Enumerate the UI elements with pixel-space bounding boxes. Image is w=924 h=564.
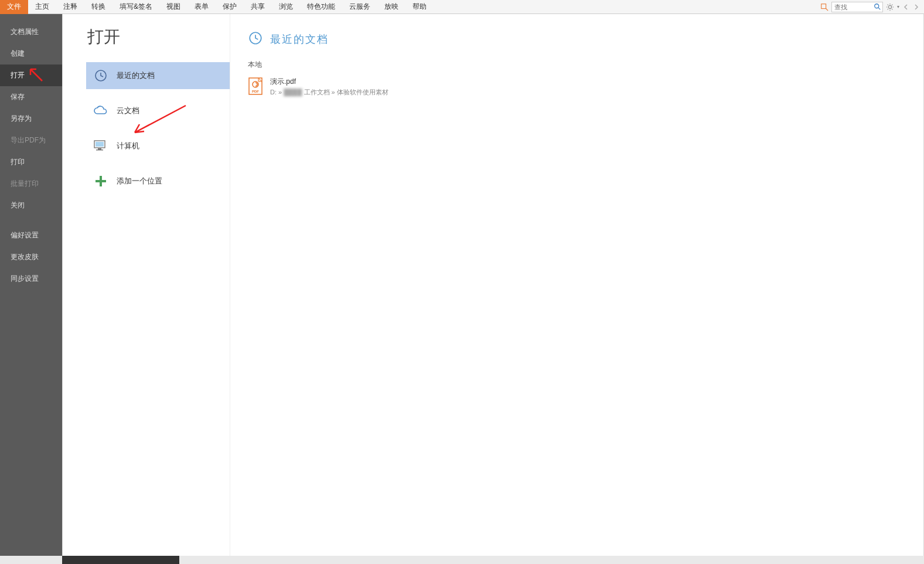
recent-panel: 最近的文档 本地 PDF 演示.pdf D: » ████ 工作文档 » 体验软… bbox=[230, 14, 923, 563]
svg-rect-7 bbox=[96, 142, 104, 147]
clock-icon bbox=[93, 68, 108, 83]
location-cloud[interactable]: 云文档 bbox=[86, 97, 230, 124]
recent-title: 最近的文档 bbox=[270, 32, 329, 46]
sidebar-item-open[interactable]: 打开 bbox=[0, 64, 62, 86]
sidebar-item-properties[interactable]: 文档属性 bbox=[0, 21, 62, 43]
location-label: 计算机 bbox=[117, 141, 139, 151]
ribbon-tab-slideshow[interactable]: 放映 bbox=[377, 0, 405, 14]
sidebar-item-sync[interactable]: 同步设置 bbox=[0, 268, 62, 290]
ribbon-tab-convert[interactable]: 转换 bbox=[84, 0, 112, 14]
sidebar-item-create[interactable]: 创建 bbox=[0, 43, 62, 64]
search-input[interactable] bbox=[832, 4, 873, 11]
ribbon-right-controls: ▾ bbox=[820, 2, 924, 12]
sidebar-item-skin[interactable]: 更改皮肤 bbox=[0, 246, 62, 268]
search-input-wrapper bbox=[831, 2, 883, 12]
svg-text:PDF: PDF bbox=[252, 90, 259, 93]
nav-forward-icon[interactable] bbox=[912, 3, 920, 11]
sidebar-item-saveas[interactable]: 另存为 bbox=[0, 108, 62, 130]
doc-path: D: » ████ 工作文档 » 体验软件使用素材 bbox=[270, 88, 388, 97]
svg-point-2 bbox=[875, 4, 879, 8]
ribbon-tab-protect[interactable]: 保护 bbox=[216, 0, 244, 14]
dropdown-icon[interactable]: ▾ bbox=[897, 4, 899, 9]
open-title: 打开 bbox=[86, 26, 230, 48]
nav-back-icon[interactable] bbox=[902, 3, 910, 11]
location-recent[interactable]: 最近的文档 bbox=[86, 62, 230, 89]
location-label: 最近的文档 bbox=[117, 70, 155, 81]
svg-rect-0 bbox=[821, 4, 826, 8]
clock-icon bbox=[248, 30, 263, 48]
ribbon-tab-features[interactable]: 特色功能 bbox=[300, 0, 342, 14]
location-add[interactable]: 添加一个位置 bbox=[86, 168, 230, 195]
sidebar-item-close[interactable]: 关闭 bbox=[0, 195, 62, 216]
sidebar-item-exportpdf: 导出PDF为 bbox=[0, 130, 62, 151]
recent-section-local: 本地 bbox=[248, 60, 923, 70]
ribbon-tab-comment[interactable]: 注释 bbox=[56, 0, 84, 14]
plus-icon bbox=[93, 174, 108, 189]
svg-line-1 bbox=[826, 8, 828, 11]
ribbon-bar: 文件 主页 注释 转换 填写&签名 视图 表单 保护 共享 浏览 特色功能 云服… bbox=[0, 0, 924, 14]
ribbon-tab-help[interactable]: 帮助 bbox=[405, 0, 434, 14]
cloud-icon bbox=[93, 103, 108, 118]
svg-point-4 bbox=[888, 5, 891, 8]
svg-rect-11 bbox=[96, 180, 106, 182]
ribbon-tab-fillsign[interactable]: 填写&签名 bbox=[112, 0, 159, 14]
file-sidebar: 文档属性 创建 打开 保存 另存为 导出PDF为 打印 批量打印 关闭 偏好设置… bbox=[0, 14, 62, 564]
gear-icon[interactable] bbox=[885, 2, 895, 12]
ribbon-tab-file[interactable]: 文件 bbox=[0, 0, 28, 14]
bottom-bar bbox=[0, 556, 924, 564]
ribbon-tab-form[interactable]: 表单 bbox=[187, 0, 216, 14]
ribbon-tab-share[interactable]: 共享 bbox=[244, 0, 272, 14]
location-computer[interactable]: 计算机 bbox=[86, 132, 230, 159]
sidebar-item-preferences[interactable]: 偏好设置 bbox=[0, 225, 62, 246]
ribbon-tab-view[interactable]: 视图 bbox=[159, 0, 187, 14]
ribbon-tab-browse[interactable]: 浏览 bbox=[272, 0, 300, 14]
sidebar-item-print[interactable]: 打印 bbox=[0, 151, 62, 173]
svg-rect-9 bbox=[96, 150, 103, 151]
svg-rect-8 bbox=[98, 148, 101, 150]
ribbon-tab-cloud[interactable]: 云服务 bbox=[342, 0, 377, 14]
quick-search-icon[interactable] bbox=[820, 2, 829, 12]
sidebar-item-batchprint: 批量打印 bbox=[0, 173, 62, 195]
svg-line-3 bbox=[878, 7, 881, 9]
recent-doc-item[interactable]: PDF 演示.pdf D: » ████ 工作文档 » 体验软件使用素材 bbox=[248, 74, 923, 99]
search-icon[interactable] bbox=[873, 2, 882, 12]
pdf-icon: PDF bbox=[248, 77, 263, 96]
sidebar-item-save[interactable]: 保存 bbox=[0, 86, 62, 108]
location-label: 添加一个位置 bbox=[117, 176, 162, 186]
computer-icon bbox=[93, 138, 108, 154]
open-panel: 打开 最近的文档 云文档 bbox=[63, 14, 230, 563]
location-label: 云文档 bbox=[117, 106, 139, 116]
ribbon-tab-home[interactable]: 主页 bbox=[28, 0, 56, 14]
doc-name: 演示.pdf bbox=[270, 77, 388, 87]
